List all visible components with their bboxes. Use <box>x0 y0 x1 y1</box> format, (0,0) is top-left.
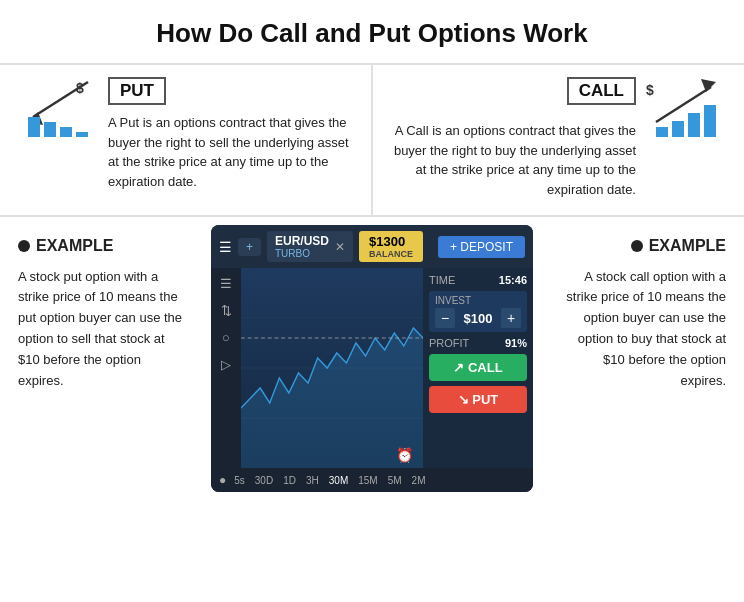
call-example-dot <box>631 240 643 252</box>
svg-rect-6 <box>76 132 88 137</box>
time-value: 15:46 <box>499 274 527 286</box>
invest-value: $100 <box>464 311 493 326</box>
svg-text:$: $ <box>76 80 84 96</box>
svg-rect-3 <box>28 117 40 137</box>
time-30d[interactable]: 30D <box>255 475 273 486</box>
time-5m[interactable]: 5M <box>388 475 402 486</box>
put-example-label: EXAMPLE <box>36 233 113 259</box>
sidebar-arrows[interactable]: ⇅ <box>221 303 232 318</box>
put-chart-icon: $ <box>18 77 98 151</box>
time-options: 5s 30D 1D 3H 30M 15M 5M 2M <box>234 475 525 486</box>
trading-terminal: ☰ + EUR/USD TURBO ✕ $1300 BALANCE + DEPO… <box>207 217 537 500</box>
footer-dot-icon: ● <box>219 473 226 487</box>
svg-rect-12 <box>688 113 700 137</box>
deposit-button[interactable]: + DEPOSIT <box>438 236 525 258</box>
sidebar-hamburger[interactable]: ☰ <box>220 276 232 291</box>
put-button[interactable]: ↘ PUT <box>429 386 527 413</box>
call-example-label: EXAMPLE <box>649 233 726 259</box>
time-30m[interactable]: 30M <box>329 475 348 486</box>
price-chart: ⏰ <box>241 268 423 468</box>
trade-controls: TIME 15:46 INVEST − $100 + P <box>423 268 533 468</box>
sidebar-play[interactable]: ▷ <box>221 357 231 372</box>
time-5s[interactable]: 5s <box>234 475 245 486</box>
pair-name: EUR/USD <box>275 234 329 248</box>
pair-type: TURBO <box>275 248 329 259</box>
put-example-text: A stock put option with a strike price o… <box>18 267 189 392</box>
svg-rect-13 <box>704 105 716 137</box>
clock-icon: ⏰ <box>396 447 413 463</box>
profit-label: PROFIT <box>429 337 469 349</box>
svg-rect-11 <box>672 121 684 137</box>
menu-icon[interactable]: ☰ <box>219 239 232 255</box>
call-label: CALL <box>567 77 636 105</box>
svg-rect-10 <box>656 127 668 137</box>
profit-value: 91% <box>505 337 527 349</box>
call-section: CALL A Call is an options contract that … <box>373 65 744 215</box>
invest-label: INVEST <box>435 295 521 306</box>
time-15m[interactable]: 15M <box>358 475 377 486</box>
put-example-dot <box>18 240 30 252</box>
currency-pair: EUR/USD TURBO ✕ <box>267 231 353 262</box>
balance-display: $1300 BALANCE <box>359 231 423 262</box>
put-section: $ PUT A Put is an options contract that … <box>0 65 373 215</box>
svg-rect-5 <box>60 127 72 137</box>
time-2m[interactable]: 2M <box>412 475 426 486</box>
time-label: TIME <box>429 274 455 286</box>
call-button[interactable]: ↗ CALL <box>429 354 527 381</box>
terminal-sidebar: ☰ ⇅ ○ ▷ <box>211 268 241 468</box>
page-title: How Do Call and Put Options Work <box>0 0 744 63</box>
put-label: PUT <box>108 77 166 105</box>
example-call-section: EXAMPLE A stock call option with a strik… <box>537 217 744 401</box>
add-button[interactable]: + <box>238 238 261 256</box>
put-description: A Put is an options contract that gives … <box>108 113 353 191</box>
time-3h[interactable]: 3H <box>306 475 319 486</box>
example-put-section: EXAMPLE A stock put option with a strike… <box>0 217 207 401</box>
invest-minus-button[interactable]: − <box>435 308 455 328</box>
svg-line-7 <box>656 87 711 122</box>
time-1d[interactable]: 1D <box>283 475 296 486</box>
call-example-text: A stock call option with a strike price … <box>555 267 726 392</box>
sidebar-search[interactable]: ○ <box>222 330 230 345</box>
svg-text:$: $ <box>646 82 654 98</box>
call-chart-icon: $ <box>646 77 726 151</box>
invest-plus-button[interactable]: + <box>501 308 521 328</box>
svg-rect-4 <box>44 122 56 137</box>
close-icon[interactable]: ✕ <box>335 240 345 254</box>
call-description: A Call is an options contract that gives… <box>391 121 636 199</box>
